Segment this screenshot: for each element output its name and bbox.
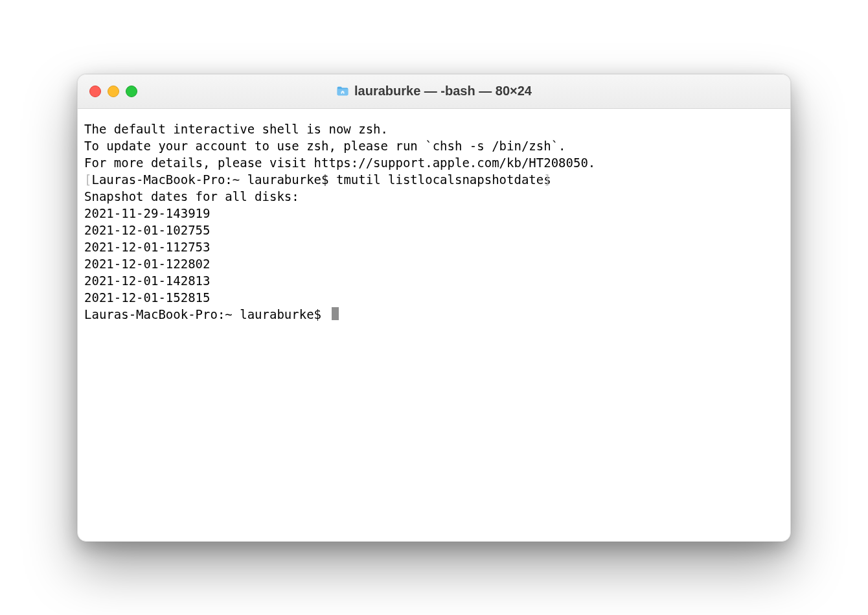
snapshot-date: 2021-12-01-142813 (84, 273, 210, 288)
prompt-1: Lauras-MacBook-Pro:~ lauraburke$ (91, 172, 336, 187)
command-1: tmutil listlocalsnapshotdates (336, 172, 551, 187)
terminal-body[interactable]: The default interactive shell is now zsh… (78, 109, 790, 541)
intro-line-3: For more details, please visit https://s… (84, 156, 595, 170)
titlebar: lauraburke — -bash — 80×24 (78, 75, 790, 109)
output-header: Snapshot dates for all disks: (84, 189, 299, 203)
terminal-window: lauraburke — -bash — 80×24 The default i… (77, 74, 791, 542)
traffic-lights (89, 86, 137, 97)
intro-line-2: To update your account to use zsh, pleas… (84, 139, 566, 153)
cursor-icon (332, 307, 339, 320)
snapshot-date: 2021-11-29-143919 (84, 206, 210, 220)
intro-line-1: The default interactive shell is now zsh… (84, 122, 388, 136)
prompt-line-2: Lauras-MacBook-Pro:~ lauraburke$ (84, 307, 339, 321)
snapshot-date: 2021-12-01-112753 (84, 240, 210, 254)
maximize-button[interactable] (126, 86, 137, 97)
snapshot-date: 2021-12-01-122802 (84, 257, 210, 271)
home-folder-icon (336, 86, 349, 97)
prompt-line-1: [Lauras-MacBook-Pro:~ lauraburke$ tmutil… (84, 172, 551, 187)
close-button[interactable] (89, 86, 101, 97)
window-title: lauraburke — -bash — 80×24 (354, 84, 532, 99)
minimize-button[interactable] (108, 86, 119, 97)
snapshot-date: 2021-12-01-102755 (84, 223, 210, 237)
snapshot-date: 2021-12-01-152815 (84, 290, 210, 305)
prompt-2: Lauras-MacBook-Pro:~ lauraburke$ (84, 307, 329, 321)
